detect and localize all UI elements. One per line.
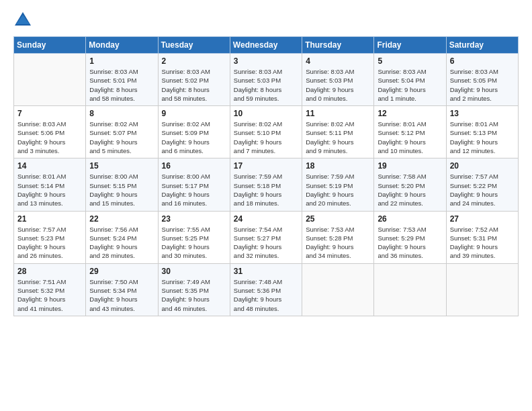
day-number: 28: [17, 267, 82, 276]
weekday-header: Thursday: [302, 37, 374, 54]
day-number: 23: [162, 214, 226, 224]
day-number: 4: [306, 56, 370, 66]
day-number: 2: [162, 56, 226, 66]
calendar-cell: 6Sunrise: 8:03 AMSunset: 5:05 PMDaylight…: [446, 54, 518, 106]
calendar-cell: 28Sunrise: 7:51 AMSunset: 5:32 PMDayligh…: [14, 263, 86, 316]
day-detail: Sunrise: 8:03 AMSunset: 5:03 PMDaylight:…: [234, 67, 298, 103]
header: [13, 11, 519, 30]
calendar-cell: 5Sunrise: 8:03 AMSunset: 5:04 PMDaylight…: [374, 54, 446, 106]
day-detail: Sunrise: 8:00 AMSunset: 5:17 PMDaylight:…: [162, 172, 226, 208]
day-detail: Sunrise: 8:00 AMSunset: 5:15 PMDaylight:…: [89, 172, 154, 208]
calendar-cell: 22Sunrise: 7:56 AMSunset: 5:24 PMDayligh…: [86, 211, 158, 263]
day-number: 16: [162, 161, 226, 171]
day-detail: Sunrise: 7:48 AMSunset: 5:36 PMDaylight:…: [234, 277, 298, 313]
day-number: 27: [450, 214, 515, 224]
calendar-cell: 8Sunrise: 8:02 AMSunset: 5:07 PMDaylight…: [86, 106, 158, 158]
day-detail: Sunrise: 7:52 AMSunset: 5:31 PMDaylight:…: [450, 225, 515, 261]
day-number: 13: [450, 109, 515, 118]
day-number: 24: [234, 214, 298, 224]
day-number: 18: [306, 161, 370, 171]
day-number: 31: [234, 267, 298, 276]
calendar-cell: 3Sunrise: 8:03 AMSunset: 5:03 PMDaylight…: [230, 54, 302, 106]
calendar-cell: 29Sunrise: 7:50 AMSunset: 5:34 PMDayligh…: [86, 263, 158, 316]
calendar-cell: 27Sunrise: 7:52 AMSunset: 5:31 PMDayligh…: [446, 211, 518, 263]
day-number: 1: [89, 56, 154, 66]
day-detail: Sunrise: 7:53 AMSunset: 5:29 PMDaylight:…: [378, 225, 442, 261]
day-number: 19: [378, 161, 442, 171]
calendar-week-row: 7Sunrise: 8:03 AMSunset: 5:06 PMDaylight…: [14, 106, 519, 158]
calendar-cell: 13Sunrise: 8:01 AMSunset: 5:13 PMDayligh…: [446, 106, 518, 158]
day-detail: Sunrise: 7:56 AMSunset: 5:24 PMDaylight:…: [89, 225, 154, 261]
day-detail: Sunrise: 8:02 AMSunset: 5:09 PMDaylight:…: [162, 120, 226, 155]
calendar-cell: 25Sunrise: 7:53 AMSunset: 5:28 PMDayligh…: [302, 211, 374, 263]
calendar-cell: 15Sunrise: 8:00 AMSunset: 5:15 PMDayligh…: [86, 158, 158, 211]
weekday-header: Friday: [374, 37, 446, 54]
logo: [13, 11, 35, 30]
calendar-cell: 23Sunrise: 7:55 AMSunset: 5:25 PMDayligh…: [158, 211, 230, 263]
day-detail: Sunrise: 7:57 AMSunset: 5:22 PMDaylight:…: [450, 172, 515, 208]
weekday-header: Monday: [86, 37, 158, 54]
day-detail: Sunrise: 8:02 AMSunset: 5:07 PMDaylight:…: [89, 120, 154, 155]
day-detail: Sunrise: 7:58 AMSunset: 5:20 PMDaylight:…: [378, 172, 442, 208]
calendar-cell: [302, 263, 374, 316]
calendar-week-row: 1Sunrise: 8:03 AMSunset: 5:01 PMDaylight…: [14, 54, 519, 106]
day-detail: Sunrise: 7:57 AMSunset: 5:23 PMDaylight:…: [17, 225, 82, 261]
weekday-header: Sunday: [14, 37, 86, 54]
day-number: 12: [378, 109, 442, 118]
weekday-header: Saturday: [446, 37, 518, 54]
calendar-cell: 16Sunrise: 8:00 AMSunset: 5:17 PMDayligh…: [158, 158, 230, 211]
calendar-cell: 9Sunrise: 8:02 AMSunset: 5:09 PMDaylight…: [158, 106, 230, 158]
day-detail: Sunrise: 8:03 AMSunset: 5:06 PMDaylight:…: [17, 120, 82, 155]
calendar-cell: 1Sunrise: 8:03 AMSunset: 5:01 PMDaylight…: [86, 54, 158, 106]
logo-icon: [13, 11, 32, 30]
calendar-cell: 24Sunrise: 7:54 AMSunset: 5:27 PMDayligh…: [230, 211, 302, 263]
day-number: 30: [162, 267, 226, 276]
day-detail: Sunrise: 8:01 AMSunset: 5:14 PMDaylight:…: [17, 172, 82, 208]
day-number: 25: [306, 214, 370, 224]
day-number: 11: [306, 109, 370, 118]
calendar-cell: 10Sunrise: 8:02 AMSunset: 5:10 PMDayligh…: [230, 106, 302, 158]
day-detail: Sunrise: 8:01 AMSunset: 5:12 PMDaylight:…: [378, 120, 442, 155]
day-number: 10: [234, 109, 298, 118]
day-detail: Sunrise: 8:03 AMSunset: 5:04 PMDaylight:…: [378, 67, 442, 103]
day-number: 20: [450, 161, 515, 171]
day-number: 26: [378, 214, 442, 224]
calendar-week-row: 14Sunrise: 8:01 AMSunset: 5:14 PMDayligh…: [14, 158, 519, 211]
day-number: 3: [234, 56, 298, 66]
day-number: 8: [89, 109, 154, 118]
calendar-cell: 12Sunrise: 8:01 AMSunset: 5:12 PMDayligh…: [374, 106, 446, 158]
day-number: 7: [17, 109, 82, 118]
day-number: 9: [162, 109, 226, 118]
day-detail: Sunrise: 8:02 AMSunset: 5:10 PMDaylight:…: [234, 120, 298, 155]
calendar-cell: 4Sunrise: 8:03 AMSunset: 5:03 PMDaylight…: [302, 54, 374, 106]
calendar: SundayMondayTuesdayWednesdayThursdayFrid…: [13, 36, 519, 316]
calendar-cell: 20Sunrise: 7:57 AMSunset: 5:22 PMDayligh…: [446, 158, 518, 211]
day-detail: Sunrise: 8:03 AMSunset: 5:02 PMDaylight:…: [162, 67, 226, 103]
day-number: 5: [378, 56, 442, 66]
day-number: 14: [17, 161, 82, 171]
calendar-cell: 7Sunrise: 8:03 AMSunset: 5:06 PMDaylight…: [14, 106, 86, 158]
calendar-cell: 21Sunrise: 7:57 AMSunset: 5:23 PMDayligh…: [14, 211, 86, 263]
day-detail: Sunrise: 7:53 AMSunset: 5:28 PMDaylight:…: [306, 225, 370, 261]
day-number: 6: [450, 56, 515, 66]
day-detail: Sunrise: 7:50 AMSunset: 5:34 PMDaylight:…: [89, 277, 154, 313]
day-detail: Sunrise: 7:55 AMSunset: 5:25 PMDaylight:…: [162, 225, 226, 261]
day-detail: Sunrise: 8:03 AMSunset: 5:05 PMDaylight:…: [450, 67, 515, 103]
calendar-cell: 18Sunrise: 7:59 AMSunset: 5:19 PMDayligh…: [302, 158, 374, 211]
calendar-cell: 14Sunrise: 8:01 AMSunset: 5:14 PMDayligh…: [14, 158, 86, 211]
calendar-cell: [446, 263, 518, 316]
calendar-week-row: 28Sunrise: 7:51 AMSunset: 5:32 PMDayligh…: [14, 263, 519, 316]
day-number: 29: [89, 267, 154, 276]
day-number: 22: [89, 214, 154, 224]
day-number: 21: [17, 214, 82, 224]
day-detail: Sunrise: 7:51 AMSunset: 5:32 PMDaylight:…: [17, 277, 82, 313]
day-detail: Sunrise: 8:01 AMSunset: 5:13 PMDaylight:…: [450, 120, 515, 155]
calendar-week-row: 21Sunrise: 7:57 AMSunset: 5:23 PMDayligh…: [14, 211, 519, 263]
weekday-header: Wednesday: [230, 37, 302, 54]
svg-marker-1: [16, 15, 30, 24]
calendar-cell: 19Sunrise: 7:58 AMSunset: 5:20 PMDayligh…: [374, 158, 446, 211]
calendar-cell: 30Sunrise: 7:49 AMSunset: 5:35 PMDayligh…: [158, 263, 230, 316]
day-detail: Sunrise: 8:03 AMSunset: 5:01 PMDaylight:…: [89, 67, 154, 103]
day-detail: Sunrise: 7:59 AMSunset: 5:19 PMDaylight:…: [306, 172, 370, 208]
day-detail: Sunrise: 8:03 AMSunset: 5:03 PMDaylight:…: [306, 67, 370, 103]
